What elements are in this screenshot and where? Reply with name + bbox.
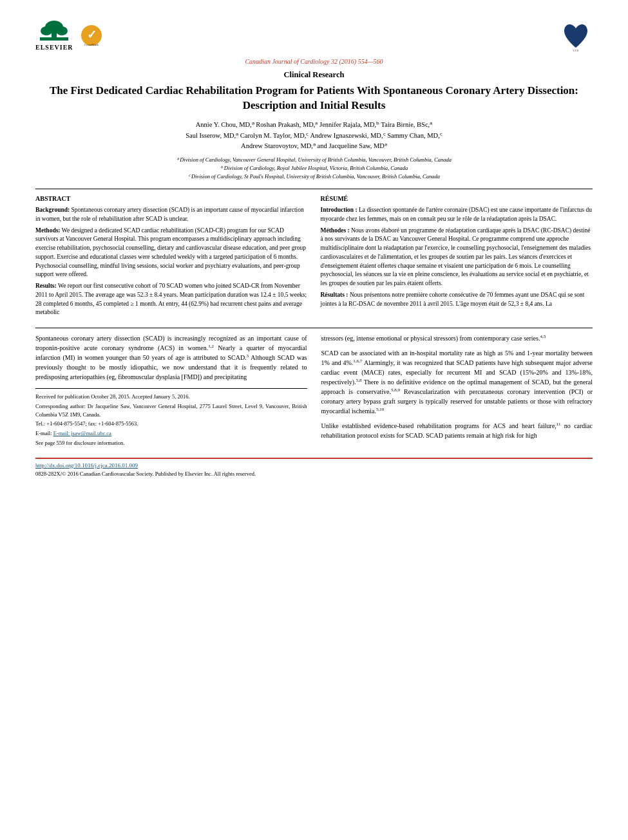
- body-para-2: stressors (eg, intense emotional or phys…: [321, 333, 593, 343]
- background-label: Background:: [35, 207, 70, 213]
- svg-text:CCS: CCS: [573, 49, 579, 52]
- background-text: Spontaneous coronary artery dissection (…: [35, 207, 304, 222]
- header-left: ELSEVIER ✓ CrossMark: [35, 19, 103, 51]
- footnote-email-link[interactable]: E-mail: jsaw@mail.ubc.ca: [53, 430, 111, 436]
- body-p3-ref4: 5,10: [376, 407, 384, 412]
- results-text-fr: Nous présentons notre première cohorte c…: [321, 292, 585, 307]
- body-para-4: Unlike established evidence-based rehabi…: [321, 421, 593, 440]
- abstract-results: Results: We report our first consecutive…: [35, 282, 308, 317]
- svg-text:✓: ✓: [86, 28, 96, 41]
- affil-c: ᶜ Division of Cardiology, St Paul's Hosp…: [35, 173, 593, 181]
- results-label-fr: Résultats :: [321, 292, 348, 298]
- methods-text-fr: Nous avons élaboré un programme de réada…: [321, 227, 591, 287]
- footnote-corresponding: Corresponding author: Dr Jacqueline Saw,…: [35, 402, 307, 419]
- svg-point-3: [41, 26, 52, 35]
- journal-info: Canadian Journal of Cardiology 32 (2016)…: [35, 58, 593, 65]
- svg-text:CrossMark: CrossMark: [84, 43, 99, 46]
- abstract-title-en: ABSTRACT: [35, 194, 308, 204]
- affiliations: ᵃ Division of Cardiology, Vancouver Gene…: [35, 156, 593, 180]
- authors: Annie Y. Chou, MD,ᵃ Roshan Prakash, MD,ᵃ…: [35, 120, 593, 152]
- abstract-english: ABSTRACT Background: Spontaneous coronar…: [35, 194, 308, 321]
- authors-line3: Andrew Starovoytov, MD,ᵃ and Jacqueline …: [35, 141, 593, 152]
- body-para-3: SCAD can be associated with an in-hospit…: [321, 348, 593, 416]
- body-para-1: Spontaneous coronary artery dissection (…: [35, 333, 307, 382]
- abstract-results-fr: Résultats : Nous présentons notre premiè…: [321, 291, 593, 309]
- body-p3-ref1: 1,6,7: [353, 359, 362, 364]
- methods-text: We designed a dedicated SCAD cardiac reh…: [35, 227, 306, 278]
- section-label: Clinical Research: [35, 70, 593, 80]
- intro-text-fr: La dissection spontanée de l'artère coro…: [321, 207, 592, 222]
- elsevier-tree-icon: [39, 19, 70, 44]
- footer-doi[interactable]: http://dx.doi.org/10.1016/j.cjca.2016.01…: [35, 462, 593, 469]
- main-body: Spontaneous coronary artery dissection (…: [35, 333, 593, 449]
- body-col-left: Spontaneous coronary artery dissection (…: [35, 333, 307, 449]
- body-p4-ref1: 11: [557, 422, 561, 427]
- elsevier-logo: ELSEVIER: [35, 19, 73, 51]
- journal-logo-icon: CCS: [559, 19, 593, 53]
- authors-line2: Saul Isserow, MD,ᵃ Carolyn M. Taylor, MD…: [35, 131, 593, 142]
- affil-a: ᵃ Division of Cardiology, Vancouver Gene…: [35, 156, 593, 164]
- abstract-methods-fr: Méthodes : Nous avons élaboré un program…: [321, 227, 593, 288]
- body-p1-ref1: 1,2: [208, 344, 214, 349]
- footnote-see: See page 559 for disclosure information.: [35, 439, 307, 447]
- abstract-title-fr: RÉSUMÉ: [321, 194, 593, 204]
- methods-label: Methods:: [35, 227, 61, 234]
- svg-point-4: [56, 26, 68, 35]
- abstract-french: RÉSUMÉ Introduction : La dissection spon…: [321, 194, 593, 321]
- intro-label-fr: Introduction :: [321, 207, 357, 213]
- article-title: The First Dedicated Cardiac Rehabilitati…: [35, 84, 593, 113]
- page: ELSEVIER ✓ CrossMark CCS Canadian Journa…: [0, 0, 628, 840]
- body-p4-high: high: [526, 432, 537, 439]
- elsevier-label: ELSEVIER: [35, 44, 73, 51]
- body-col-right: stressors (eg, intense emotional or phys…: [321, 333, 593, 449]
- header: ELSEVIER ✓ CrossMark CCS: [35, 19, 593, 53]
- footer: http://dx.doi.org/10.1016/j.cjca.2016.01…: [35, 458, 593, 477]
- header-right: CCS: [559, 19, 593, 53]
- footer-copyright: 0828-282X/© 2016 Canadian Cardiovascular…: [35, 471, 593, 477]
- abstract-intro-fr: Introduction : La dissection spontanée d…: [321, 206, 593, 224]
- footnotes: Received for publication October 28, 201…: [35, 388, 307, 447]
- abstract-background: Background: Spontaneous coronary artery …: [35, 206, 308, 224]
- results-label: Results:: [35, 283, 57, 289]
- body-p4-text1: Unlike established evidence-based rehabi…: [321, 422, 557, 429]
- divider-1: [35, 189, 593, 189]
- authors-line1: Annie Y. Chou, MD,ᵃ Roshan Prakash, MD,ᵃ…: [35, 120, 593, 131]
- footnote-received: Received for publication October 28, 201…: [35, 393, 307, 401]
- body-p2-ref1: 4,5: [540, 334, 546, 339]
- methods-label-fr: Méthodes :: [321, 227, 350, 234]
- results-text: We report our first consecutive cohort o…: [35, 283, 307, 315]
- footnote-tel: Tel.: +1-604-875-5547; fax: +1-604-875-5…: [35, 420, 307, 428]
- abstract-section: ABSTRACT Background: Spontaneous coronar…: [35, 194, 593, 321]
- footnote-email: E-mail: E-mail: jsaw@mail.ubc.ca: [35, 429, 307, 438]
- abstract-methods: Methods: We designed a dedicated SCAD ca…: [35, 227, 308, 280]
- body-p3-ref3: 5,8,9: [391, 387, 400, 393]
- body-p2-text1: stressors (eg, intense emotional or phys…: [321, 335, 540, 342]
- crossmark-icon: ✓ CrossMark: [80, 24, 103, 47]
- affil-b: ᵇ Division of Cardiology, Royal Jubilee …: [35, 164, 593, 173]
- divider-2: [35, 328, 593, 328]
